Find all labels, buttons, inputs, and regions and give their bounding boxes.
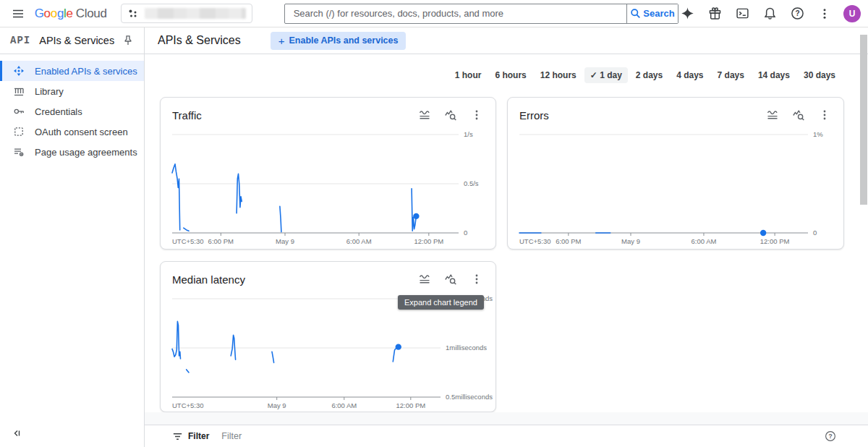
y-axis-label: 0.5/s [464, 179, 479, 187]
chart-options-button[interactable] [469, 108, 484, 122]
sidebar-item-library[interactable]: Library [0, 81, 144, 101]
time-range-option-1-hour[interactable]: 1 hour [449, 67, 488, 83]
expand-chart-legend-button[interactable] [417, 108, 432, 122]
enable-apis-button[interactable]: + Enable APIs and services [271, 32, 407, 50]
latest-data-point [760, 230, 766, 236]
view-in-metrics-explorer-button[interactable] [443, 108, 458, 122]
legend-icon [418, 108, 431, 122]
google-cloud-logo: Google Cloud [35, 7, 107, 21]
filter-icon [172, 431, 183, 442]
app-bar-actions: ? U [678, 5, 861, 22]
line-series-segment [412, 189, 416, 231]
time-range-option-4-days[interactable]: 4 days [671, 67, 709, 83]
chart-toolbar [417, 272, 484, 286]
sidebar-header: API APIs & Services [0, 27, 144, 54]
free-trial-gift-button[interactable] [706, 5, 723, 22]
time-range-option-30-days[interactable]: 30 days [798, 67, 841, 83]
sidebar-title: APIs & Services [39, 35, 114, 46]
filter-input[interactable] [221, 431, 824, 441]
sidebar-item-page-usage-agreements[interactable]: Page usage agreements [0, 142, 144, 162]
chart-options-button[interactable] [817, 108, 832, 122]
median-latency-chart: 1.5milliseconds1milliseconds0.5milliseco… [161, 294, 495, 411]
y-axis-label: 0 [464, 229, 467, 237]
chart-title: Median latency [172, 273, 245, 286]
expand-chart-legend-button[interactable] [417, 272, 432, 286]
logo-letter: g [57, 7, 64, 21]
project-selector[interactable] [121, 4, 252, 23]
page-title: APIs & Services [158, 34, 241, 47]
cloud-shell-button[interactable] [733, 5, 751, 22]
hamburger-menu-button[interactable] [8, 4, 28, 24]
expand-chart-legend-tooltip: Expand chart legend [398, 295, 484, 310]
x-axis-label: 12:00 PM [396, 401, 425, 409]
sidebar-item-credentials[interactable]: Credentials [0, 101, 144, 122]
hamburger-icon [12, 7, 25, 20]
user-avatar[interactable]: U [843, 5, 861, 22]
y-axis-label: 1milliseconds [446, 344, 487, 352]
search-button-label: Search [643, 8, 674, 19]
chart-canvas: 1/s0.5/s06:00 PMMay 96:00 AM12:00 PMUTC+… [172, 129, 503, 247]
search-box: Search [284, 4, 678, 24]
line-series-segment [237, 174, 242, 213]
chart-canvas: 1%06:00 PMMay 96:00 AM12:00 PMUTC+5:30 [519, 129, 853, 247]
filter-help-button[interactable]: ? [824, 430, 836, 443]
gemini-sparkle-button[interactable] [678, 5, 696, 22]
metrics-explorer-icon [792, 108, 805, 122]
time-range-option-12-hours[interactable]: 12 hours [535, 67, 582, 83]
y-axis-label: 1/s [464, 130, 473, 138]
view-in-metrics-explorer-button[interactable] [443, 272, 458, 286]
chart-title: Traffic [172, 109, 202, 122]
line-series-segment [172, 321, 181, 359]
help-icon: ? [825, 430, 836, 442]
timezone-label: UTC+5:30 [172, 401, 204, 409]
traffic-card-header: Traffic [161, 98, 495, 122]
legend-icon [766, 108, 779, 122]
sidebar-item-enabled-apis-services[interactable]: Enabled APIs & services [0, 61, 144, 81]
time-range-option-6-hours[interactable]: 6 hours [489, 67, 532, 83]
pin-section-button[interactable] [121, 33, 135, 48]
oauth-consent-icon [13, 126, 25, 137]
help-button[interactable]: ? [788, 5, 806, 22]
filter-bar: Filter ? [145, 425, 868, 447]
main-content: APIs & Services + Enable APIs and servic… [145, 27, 868, 447]
legend-icon [418, 273, 431, 286]
expand-chart-legend-button[interactable] [765, 108, 780, 122]
x-axis-label: 6:00 AM [331, 401, 357, 409]
x-axis-label: May 9 [621, 237, 640, 245]
errors-card-header: Errors [508, 98, 843, 122]
line-series-segment [187, 370, 189, 372]
chart-options-button[interactable] [469, 272, 484, 286]
search-input[interactable] [285, 4, 626, 23]
line-series-segment [231, 335, 235, 359]
errors-chart: 1%06:00 PMMay 96:00 AM12:00 PMUTC+5:30 [508, 129, 843, 247]
svg-text:?: ? [795, 9, 799, 17]
view-in-metrics-explorer-button[interactable] [791, 108, 806, 122]
metrics-explorer-icon [444, 108, 457, 122]
vertical-scrollbar[interactable] [860, 35, 867, 205]
time-range-option-2-days[interactable]: 2 days [630, 67, 668, 83]
agreements-icon [13, 146, 25, 158]
logo-letter: o [44, 7, 51, 21]
filter-button[interactable]: Filter [172, 431, 209, 442]
collapse-icon [12, 428, 22, 438]
time-range-option-1-day[interactable]: ✓ 1 day [584, 67, 628, 83]
logo-letter: o [51, 7, 57, 21]
cloud-shell-icon [736, 7, 749, 20]
traffic-card: Traffic 1/s0.5/s06 [160, 97, 496, 250]
line-series-segment [172, 164, 180, 230]
errors-card: Errors 1%06:00 PMM [507, 97, 844, 250]
notifications-button[interactable] [761, 5, 778, 22]
x-axis-label: May 9 [268, 401, 286, 409]
gemini-sparkle-icon [681, 7, 694, 20]
collapse-sidebar-button[interactable] [9, 426, 24, 440]
x-axis-label: 6:00 PM [208, 237, 234, 245]
time-range-option-14-days[interactable]: 14 days [752, 67, 796, 83]
more-options-button[interactable] [816, 5, 833, 22]
page-header: APIs & Services + Enable APIs and servic… [145, 27, 868, 54]
sidebar-item-label: Enabled APIs & services [35, 66, 137, 77]
sidebar-item-oauth-consent-screen[interactable]: OAuth consent screen [0, 122, 144, 142]
x-axis-label: 6:00 PM [556, 237, 581, 245]
bell-icon [763, 7, 777, 20]
time-range-option-7-days[interactable]: 7 days [712, 67, 750, 83]
search-button[interactable]: Search [626, 4, 678, 23]
